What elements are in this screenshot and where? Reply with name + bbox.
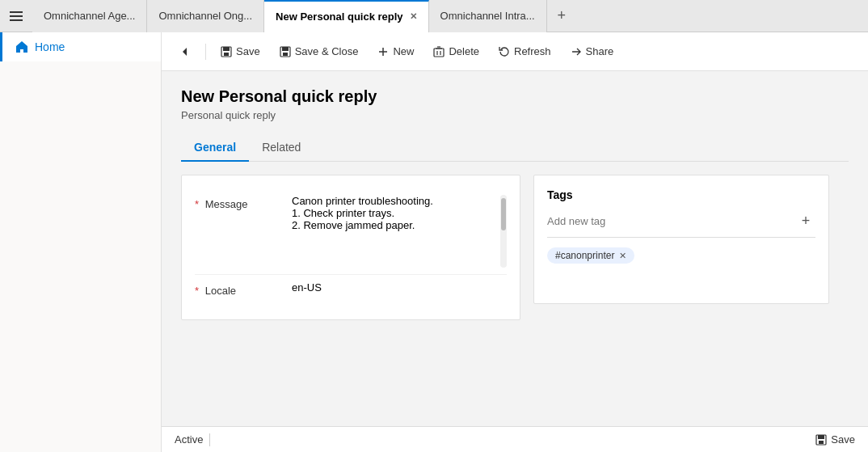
locale-value[interactable]: en-US: [292, 281, 507, 294]
back-icon: [179, 46, 191, 57]
form-layout: * Message Canon printer troubleshooting.…: [181, 175, 849, 320]
status-save-icon: [815, 434, 827, 446]
delete-button[interactable]: Delete: [425, 40, 487, 62]
toolbar: Save Save & Close New Delete Refresh Sha…: [162, 32, 868, 71]
required-star: *: [195, 198, 199, 210]
svg-rect-5: [224, 53, 229, 56]
tags-title: Tags: [547, 188, 815, 201]
content-area: Save Save & Close New Delete Refresh Sha…: [162, 32, 868, 452]
status-save-label: Save: [831, 433, 855, 446]
home-icon: [15, 40, 28, 53]
form-tabs: General Related: [181, 134, 849, 162]
svg-rect-11: [434, 49, 444, 57]
refresh-button[interactable]: Refresh: [491, 40, 559, 62]
page-subtitle: Personal quick reply: [181, 109, 849, 121]
save-icon: [221, 46, 232, 57]
new-button[interactable]: New: [369, 40, 422, 62]
hamburger-menu[interactable]: [0, 0, 32, 32]
tags-input-row: +: [547, 211, 815, 238]
tag-label: #canonprinter: [555, 250, 614, 261]
home-label: Home: [35, 40, 65, 53]
refresh-icon: [499, 46, 510, 57]
save-button[interactable]: Save: [213, 40, 268, 62]
save-close-icon: [280, 46, 291, 57]
required-star-locale: *: [195, 285, 199, 297]
main-layout: Home Save Save & Close New D: [0, 32, 868, 452]
tab-general[interactable]: General: [181, 134, 249, 162]
tab-new-personal-quick-reply[interactable]: New Personal quick reply ✕: [264, 0, 429, 32]
message-row: * Message Canon printer troubleshooting.…: [195, 188, 507, 275]
tab-omnichannel-intra[interactable]: Omnichannel Intra...: [429, 0, 547, 32]
svg-rect-18: [819, 441, 824, 444]
page-title: New Personal quick reply: [181, 87, 849, 106]
tags-card: Tags + #canonprinter ✕: [533, 175, 829, 304]
svg-rect-7: [282, 47, 289, 51]
message-label: * Message: [195, 195, 292, 210]
tab-related[interactable]: Related: [249, 134, 314, 162]
svg-rect-1: [10, 15, 23, 17]
back-button[interactable]: [171, 41, 199, 62]
tab-omnichannel-age[interactable]: Omnichannel Age...: [32, 0, 147, 32]
tab-omnichannel-ong[interactable]: Omnichannel Ong...: [147, 0, 264, 32]
tag-chip: #canonprinter ✕: [547, 247, 634, 264]
add-tag-button[interactable]: +: [796, 211, 815, 230]
svg-rect-8: [283, 53, 288, 56]
status-label: Active: [175, 433, 203, 446]
form-card: * Message Canon printer troubleshooting.…: [181, 175, 520, 320]
message-value: Canon printer troubleshooting. 1. Check …: [292, 195, 507, 268]
tag-remove-button[interactable]: ✕: [619, 251, 626, 261]
message-scroll-container: Canon printer troubleshooting. 1. Check …: [292, 195, 507, 268]
message-input[interactable]: Canon printer troubleshooting. 1. Check …: [292, 195, 500, 268]
delete-icon: [433, 46, 445, 57]
share-icon: [571, 46, 582, 57]
svg-rect-17: [818, 435, 824, 439]
save-close-button[interactable]: Save & Close: [272, 40, 367, 62]
share-button[interactable]: Share: [563, 40, 622, 62]
sidebar-item-home[interactable]: Home: [0, 32, 161, 61]
message-scrollbar-thumb: [501, 198, 506, 230]
locale-row: * Locale en-US: [195, 275, 507, 303]
status-bar: Active Save: [162, 426, 868, 452]
new-icon: [377, 46, 389, 57]
tab-bar: Omnichannel Age... Omnichannel Ong... Ne…: [0, 0, 868, 32]
svg-rect-2: [10, 19, 23, 21]
tag-input[interactable]: [547, 215, 796, 227]
status-divider: [209, 433, 210, 446]
tab-close-icon[interactable]: ✕: [410, 11, 417, 22]
page-content: New Personal quick reply Personal quick …: [162, 71, 868, 426]
toolbar-separator-1: [205, 44, 206, 60]
svg-rect-4: [223, 47, 230, 51]
status-left: Active: [175, 433, 210, 446]
status-save-button[interactable]: Save: [815, 433, 855, 446]
message-scrollbar[interactable]: [500, 195, 507, 268]
add-tab-button[interactable]: +: [547, 2, 576, 31]
sidebar: Home: [0, 32, 162, 452]
svg-rect-0: [10, 11, 23, 13]
locale-label: * Locale: [195, 281, 292, 297]
